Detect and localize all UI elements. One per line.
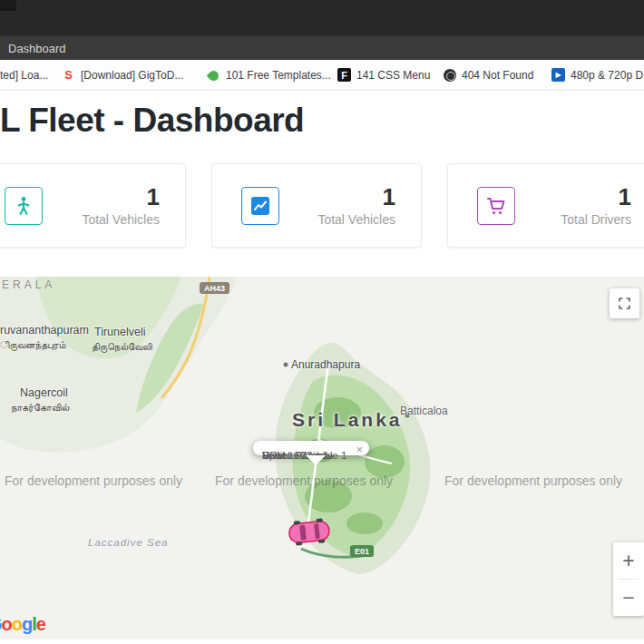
bookmark-item[interactable]: 404 Not Found xyxy=(443,60,533,90)
vehicle-marker-car[interactable] xyxy=(285,513,333,551)
video-icon: ▶ xyxy=(551,68,565,82)
screen: Dashboard ted] Loa... S [Download] GigTo… xyxy=(0,0,644,644)
fullscreen-button[interactable] xyxy=(610,288,639,318)
map-label-nagercoil-tamil: நாகர்கோவில் xyxy=(11,402,69,414)
map-label-batticaloa: Batticaloa xyxy=(400,405,448,417)
card-value: 1 xyxy=(82,184,160,210)
bookmarks-bar: ted] Loa... S [Download] GigToD... 101 F… xyxy=(0,60,644,91)
card-value: 1 xyxy=(317,184,395,210)
map-label-thiruvananthapuram: ruvananthapuram xyxy=(0,324,89,337)
tab-title[interactable]: Dashboard xyxy=(8,42,66,55)
bookmark-label: 404 Not Found xyxy=(462,69,533,82)
dev-watermark: For development purposes only xyxy=(215,473,393,488)
fullscreen-icon xyxy=(618,297,631,310)
google-logo[interactable]: Google xyxy=(0,614,45,635)
favicon-s-icon: S xyxy=(62,68,75,82)
bookmark-item[interactable]: S [Download] GigToD... xyxy=(62,60,183,90)
close-icon[interactable]: × xyxy=(356,444,363,455)
stat-card-total-drivers: 1 Total Drivers xyxy=(447,163,644,248)
bookmark-label: ted] Loa... xyxy=(0,69,48,82)
zoom-in-button[interactable]: + xyxy=(613,542,644,579)
bookmark-label: 480p & 720p D... xyxy=(571,69,644,82)
globe-icon xyxy=(443,68,456,82)
map-label-tirunelveli: Tirunelveli xyxy=(94,326,146,338)
dev-watermark: For development purposes only xyxy=(5,473,182,488)
droplet-icon xyxy=(207,68,220,82)
chart-icon xyxy=(241,187,279,225)
road-badge-e01: E01 xyxy=(350,545,374,557)
map-label-laccadive-sea: Laccadive Sea xyxy=(88,537,168,548)
bookmark-label: 141 CSS Menu xyxy=(356,69,430,82)
card-label: Total Vehicles xyxy=(82,212,160,227)
bookmark-item[interactable]: 101 Free Templates... xyxy=(207,60,331,90)
browser-tab-strip[interactable]: Dashboard xyxy=(0,36,644,60)
map-label-anuradhapura: Anuradhapura xyxy=(291,358,360,371)
map-label-sri-lanka: Sri Lanka xyxy=(292,409,403,431)
bookmark-item[interactable]: ▶ 480p & 720p D... xyxy=(551,60,644,90)
card-label: Total Drivers xyxy=(561,212,631,227)
map-label-kerala: ERALA xyxy=(2,278,55,291)
road-badge-ah43: AH43 xyxy=(200,282,229,294)
stat-card-total-vehicles-2: 1 Total Vehicles xyxy=(211,163,422,248)
cart-icon xyxy=(477,187,515,225)
vehicle-info-window: × Vehicle : Vehicle 1 Diver : Pasindu Sp… xyxy=(253,441,369,455)
card-value: 1 xyxy=(561,184,631,210)
dev-watermark: For development purposes only xyxy=(444,473,622,488)
favicon-f-icon: F xyxy=(337,68,351,82)
zoom-out-button[interactable]: − xyxy=(613,580,644,616)
map-label-tirunelveli-tamil: திருநெல்வேலி xyxy=(92,341,152,353)
info-line-rpm: RPM : 861 xyxy=(262,448,311,463)
bookmark-item[interactable]: F 141 CSS Menu xyxy=(337,60,430,90)
window-corner xyxy=(0,0,16,11)
page-title: L Fleet - Dashboard xyxy=(0,102,304,140)
map-label-thiruvananthapuram-tamil: ிருவனந்தபுரம் xyxy=(0,339,66,351)
card-label: Total Vehicles xyxy=(317,212,395,227)
bookmark-label: [Download] GigToD... xyxy=(81,69,183,82)
zoom-control: + − xyxy=(613,542,644,616)
stat-card-total-vehicles: 1 Total Vehicles xyxy=(0,163,186,248)
bookmark-item[interactable]: ted] Loa... xyxy=(0,60,48,90)
browser-topbar xyxy=(0,0,644,36)
person-icon xyxy=(5,187,43,225)
google-map[interactable]: ERALA AH43 ruvananthapuram ிருவனந்தபுரம்… xyxy=(0,277,644,639)
map-label-nagercoil: Nagercoil xyxy=(20,386,68,399)
bookmark-label: 101 Free Templates... xyxy=(226,69,331,82)
